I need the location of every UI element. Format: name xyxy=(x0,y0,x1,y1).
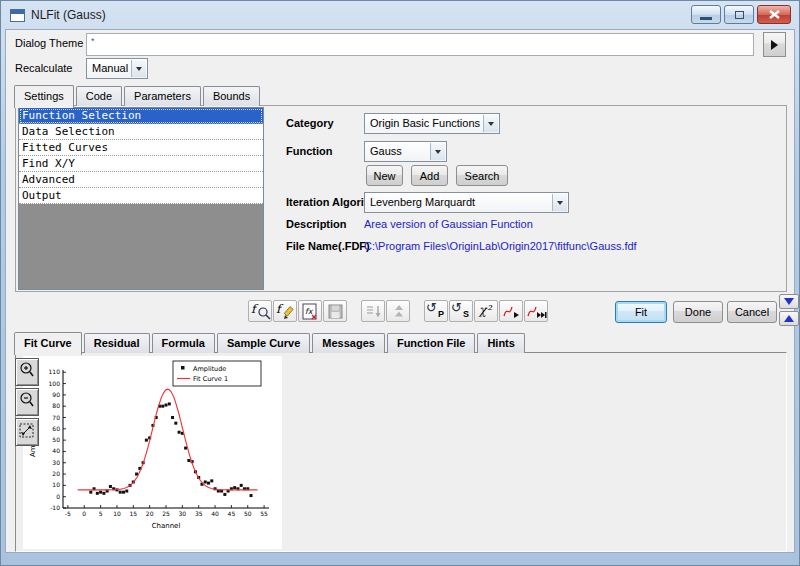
edit-function-code-button[interactable]: f xyxy=(273,300,297,322)
revert-parameters-button[interactable] xyxy=(386,300,410,322)
tab-hints[interactable]: Hints xyxy=(477,333,525,353)
list-item-output[interactable]: Output xyxy=(19,188,263,204)
fit-button[interactable]: Fit xyxy=(615,301,667,323)
filename-value: C:\Program Files\OriginLab\Origin2017\fi… xyxy=(364,240,637,252)
new-button[interactable]: New xyxy=(366,165,403,186)
cancel-button[interactable]: Cancel xyxy=(727,301,777,323)
tab-settings[interactable]: Settings xyxy=(14,85,74,108)
function-glyph: f xyxy=(276,302,280,316)
tab-code[interactable]: Code xyxy=(76,86,122,106)
save-function-file-button[interactable] xyxy=(323,300,347,322)
reset-parameters-button[interactable]: ↺ P xyxy=(424,300,448,322)
svg-text:50: 50 xyxy=(52,436,60,443)
restore-icon xyxy=(735,11,744,19)
list-item-advanced[interactable]: Advanced xyxy=(19,172,263,188)
fit-curve-preview: -50510152025303540455055-100102030405060… xyxy=(23,356,282,549)
rescale-button[interactable] xyxy=(15,418,39,446)
svg-text:5: 5 xyxy=(99,510,103,517)
description-value: Area version of Gaussian Function xyxy=(364,218,533,230)
roll-up-button[interactable] xyxy=(779,311,799,326)
dialog-theme-label: Dialog Theme xyxy=(15,37,83,49)
done-button[interactable]: Done xyxy=(673,301,723,323)
list-item-function-selection[interactable]: Function Selection xyxy=(19,108,263,124)
one-iteration-button[interactable] xyxy=(499,300,523,322)
close-button[interactable] xyxy=(757,5,791,24)
restore-button[interactable] xyxy=(724,5,754,24)
tab-messages[interactable]: Messages xyxy=(312,333,385,353)
svg-text:90: 90 xyxy=(52,391,60,398)
function-value: Gauss xyxy=(370,145,402,157)
recalculate-value: Manual xyxy=(92,62,128,74)
svg-text:25: 25 xyxy=(162,510,170,517)
recalculate-combo[interactable]: Manual xyxy=(86,58,148,79)
window-title: NLFit (Gauss) xyxy=(31,8,106,22)
svg-text:Amplitude: Amplitude xyxy=(193,365,226,373)
svg-text:20: 20 xyxy=(52,470,60,477)
add-button[interactable]: Add xyxy=(411,165,448,186)
function-combo[interactable]: Gauss xyxy=(364,141,447,162)
undo-arrow-icon: ↺ xyxy=(451,300,462,315)
chi-square-button[interactable]: χ² xyxy=(474,300,498,322)
svg-text:35: 35 xyxy=(195,510,203,517)
tab-bounds[interactable]: Bounds xyxy=(203,86,260,106)
tab-residual[interactable]: Residual xyxy=(84,333,150,353)
svg-text:-5: -5 xyxy=(65,510,71,517)
svg-text:-10: -10 xyxy=(50,504,60,511)
combo-arrow-icon xyxy=(483,115,498,132)
list-item-data-selection[interactable]: Data Selection xyxy=(19,124,263,140)
settings-section-list: Function Selection Data Selection Fitted… xyxy=(18,107,264,290)
up-triangle-icon xyxy=(784,315,794,322)
find-function-button[interactable]: f xyxy=(248,300,272,322)
svg-text:0: 0 xyxy=(82,510,86,517)
settings-tabstrip: Settings Code Parameters Bounds xyxy=(14,85,262,106)
svg-text:40: 40 xyxy=(211,510,219,517)
theme-flyout-button[interactable] xyxy=(763,32,786,57)
sort-parameters-button[interactable] xyxy=(361,300,385,322)
category-combo[interactable]: Origin Basic Functions xyxy=(364,113,500,134)
flyout-arrow-icon xyxy=(771,40,778,50)
minimize-button[interactable] xyxy=(691,5,721,24)
pencil-icon xyxy=(282,306,296,321)
svg-text:50: 50 xyxy=(244,510,252,517)
tab-sample-curve[interactable]: Sample Curve xyxy=(217,333,310,353)
minimize-icon xyxy=(700,17,712,20)
function-glyph: f xyxy=(251,302,255,316)
svg-text:60: 60 xyxy=(52,425,60,432)
list-item-fitted-curves[interactable]: Fitted Curves xyxy=(19,140,263,156)
reset-settings-button[interactable]: ↺ S xyxy=(449,300,473,322)
tab-parameters[interactable]: Parameters xyxy=(124,86,201,106)
titlebar[interactable]: NLFit (Gauss) xyxy=(1,1,799,29)
svg-text:110: 110 xyxy=(49,368,61,375)
svg-text:30: 30 xyxy=(179,510,187,517)
svg-text:55: 55 xyxy=(260,510,268,517)
description-label: Description xyxy=(286,218,347,230)
iteration-algorithm-combo[interactable]: Levenberg Marquardt xyxy=(364,192,569,213)
nlfit-dialog: NLFit (Gauss) Dialog Theme * Recalculate… xyxy=(0,0,800,566)
combo-arrow-icon xyxy=(430,143,445,160)
svg-text:Fit Curve 1: Fit Curve 1 xyxy=(193,375,228,383)
svg-text:80: 80 xyxy=(52,402,60,409)
close-icon xyxy=(769,10,780,19)
zoom-out-button[interactable] xyxy=(15,388,39,416)
list-item-find-xy[interactable]: Find X/Y xyxy=(19,156,263,172)
svg-text:10: 10 xyxy=(52,481,60,488)
tab-formula[interactable]: Formula xyxy=(152,333,215,353)
fit-until-converged-button[interactable] xyxy=(524,300,548,322)
one-iteration-icon xyxy=(502,303,522,321)
function-label: Function xyxy=(286,145,332,157)
function-organizer-button[interactable]: fx xyxy=(298,300,322,322)
chi-square-icon: χ² xyxy=(479,303,491,317)
dialog-theme-input[interactable]: * xyxy=(86,33,754,56)
preview-tabstrip: Fit Curve Residual Formula Sample Curve … xyxy=(14,332,527,353)
iteration-algorithm-value: Levenberg Marquardt xyxy=(370,196,475,208)
svg-text:30: 30 xyxy=(52,459,60,466)
search-button[interactable]: Search xyxy=(456,165,508,186)
roll-down-button[interactable] xyxy=(779,294,799,309)
tab-fit-curve[interactable]: Fit Curve xyxy=(14,332,82,355)
combo-arrow-icon xyxy=(131,60,146,77)
down-triangle-icon xyxy=(784,298,794,305)
zoom-in-button[interactable] xyxy=(15,358,39,386)
zoom-in-icon xyxy=(18,361,36,381)
tab-function-file[interactable]: Function File xyxy=(387,333,475,353)
floppy-disk-icon xyxy=(328,304,344,320)
